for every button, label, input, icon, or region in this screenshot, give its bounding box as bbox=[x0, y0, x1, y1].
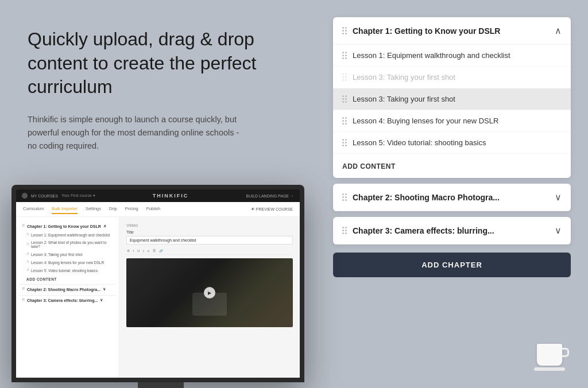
lesson2-drag-icon[interactable] bbox=[342, 95, 347, 103]
title-label: Title bbox=[126, 230, 293, 234]
monitor-lesson-5: ⠿ Lesson 5: Video tutorial: shooting bas… bbox=[20, 266, 115, 274]
lesson2-drag-handle[interactable] bbox=[342, 73, 347, 81]
chapter2-header: Chapter 2: Shooting Macro Photogra... ∨ bbox=[333, 184, 571, 211]
editor-toolbar: B I U | ≡ ☰ 🔗 bbox=[126, 247, 293, 255]
chapter2-drag-handle[interactable] bbox=[342, 193, 347, 201]
monitor-add-content: ADD CONTENT bbox=[20, 274, 115, 284]
nav-pricing: Pricing bbox=[125, 204, 138, 214]
coffee-cup-decoration bbox=[537, 344, 565, 371]
monitor-mockup: MY COURSES Your First course ▾ THINKIFIC… bbox=[11, 185, 310, 388]
lesson4-text: Lesson 4: Buying lenses for your new DSL… bbox=[353, 117, 562, 125]
nav-bulk-importer: Bulk Importer bbox=[52, 204, 78, 214]
monitor-lesson-1: ⠿ Lesson 1: Equipment walkthrough and ch… bbox=[20, 231, 115, 239]
monitor-lesson1-text: Lesson 1: Equipment walkthrough and chec… bbox=[31, 233, 110, 237]
lesson-item-2-ghost: Lesson 3: Taking your first shot bbox=[333, 67, 571, 88]
monitor-lesson4-text: Lesson 4: Buying lenses for your new DSL… bbox=[31, 261, 104, 265]
monitor-chapter1-label: Chapter 1: Getting to Know your DSLR bbox=[27, 224, 101, 228]
add-content-row: ADD CONTENT bbox=[333, 154, 571, 178]
monitor-screen: MY COURSES Your First course ▾ THINKIFIC… bbox=[11, 185, 304, 382]
monitor-main-content: ⠿ Chapter 1: Getting to Know your DSLR ∧… bbox=[16, 217, 300, 378]
monitor-chapter3-label: Chapter 3: Camera effects: blurring... bbox=[27, 298, 98, 302]
nav-publish: Publish bbox=[146, 204, 161, 214]
lesson2-text: Lesson 3: Taking your first shot bbox=[353, 95, 562, 103]
lesson-item-1: Lesson 1: Equipment walkthrough and chec… bbox=[333, 45, 571, 67]
chapter3-drag-handle[interactable] bbox=[342, 227, 347, 234]
chapter3-header: Chapter 3: Camera effects: blurring... ∨ bbox=[333, 217, 571, 245]
chevron-icon: ∧ bbox=[103, 224, 106, 228]
monitor-lesson2-text: Lesson 2: What kind of photos do you wan… bbox=[31, 240, 113, 249]
add-content-button[interactable]: ADD CONTENT bbox=[342, 162, 396, 170]
chapter1-header: Chapter 1: Getting to Know your DSLR ∧ bbox=[333, 17, 571, 45]
chapter2-card: Chapter 2: Shooting Macro Photogra... ∨ bbox=[333, 184, 571, 211]
drag-icon: ⠿ bbox=[26, 268, 29, 273]
play-button: ▶ bbox=[204, 287, 215, 298]
monitor-chapter3: ⠿ Chapter 3: Camera effects: blurring...… bbox=[20, 295, 115, 305]
chapter1-drag-handle[interactable] bbox=[342, 27, 347, 34]
chapter1-title: Chapter 1: Getting to Know your DSLR bbox=[353, 26, 549, 36]
chapter3-card: Chapter 3: Camera effects: blurring... ∨ bbox=[333, 217, 571, 245]
preview-course-btn: 👁 PREVIEW COURSE bbox=[251, 204, 293, 214]
monitor-lesson-3: ⠿ Lesson 3: Taking your first shot bbox=[20, 250, 115, 258]
lesson5-drag-handle[interactable] bbox=[342, 139, 347, 146]
chapter1-card: Chapter 1: Getting to Know your DSLR ∧ L… bbox=[333, 17, 571, 178]
monitor-chapter2: ⠿ Chapter 2: Shooting Macro Photogra... … bbox=[20, 284, 115, 294]
drag-icon: ⠿ bbox=[26, 252, 29, 257]
monitor-lesson-4: ⠿ Lesson 4: Buying lenses for your new D… bbox=[20, 258, 115, 266]
toolbar-sep: | bbox=[142, 249, 145, 253]
chapter3-title: Chapter 3: Camera effects: blurring... bbox=[353, 226, 549, 235]
chevron-icon: ∨ bbox=[100, 298, 103, 302]
add-chapter-button[interactable]: ADD CHAPTER bbox=[333, 253, 571, 277]
monitor-chapter2-label: Chapter 2: Shooting Macro Photogra... bbox=[27, 288, 100, 292]
lesson2-text-ghost: Lesson 3: Taking your first shot bbox=[353, 73, 562, 82]
nav-drip: Drip bbox=[109, 204, 117, 214]
toolbar-i: I bbox=[132, 249, 136, 253]
lesson-item-5: Lesson 5: Video tutorial: shooting basic… bbox=[333, 132, 571, 154]
subtext: Thinkific is simple enough to launch a c… bbox=[28, 113, 246, 153]
drag-icon: ⠿ bbox=[26, 232, 29, 237]
lesson1-text: Lesson 1: Equipment walkthrough and chec… bbox=[353, 51, 562, 60]
nav-curriculum: Curriculum bbox=[23, 204, 44, 214]
video-thumbnail: ▶ bbox=[126, 258, 293, 327]
chevron-icon: ∨ bbox=[103, 287, 106, 292]
drag-icon: ⠿ bbox=[22, 224, 25, 228]
lesson-item-2-dragging: Lesson 3: Taking your first shot bbox=[333, 88, 571, 110]
toolbar-align: ≡ bbox=[146, 249, 150, 253]
chapter1-chevron[interactable]: ∧ bbox=[555, 25, 562, 36]
build-landing-label: BUILD LANDING PAGE → bbox=[246, 194, 294, 198]
drag-icon: ⠿ bbox=[26, 260, 29, 265]
close-button bbox=[22, 193, 28, 199]
chapter3-chevron[interactable]: ∨ bbox=[555, 225, 562, 236]
lesson1-drag-handle[interactable] bbox=[342, 52, 347, 59]
monitor-stand bbox=[138, 382, 184, 388]
monitor-lesson5-text: Lesson 5: Video tutorial: shooting basic… bbox=[31, 269, 98, 273]
monitor-nav: Curriculum Bulk Importer Settings Drip P… bbox=[16, 202, 300, 217]
drag-icon: ⠿ bbox=[26, 242, 29, 247]
lesson4-drag-handle[interactable] bbox=[342, 117, 347, 125]
toolbar-link: 🔗 bbox=[158, 249, 164, 253]
curriculum-panel: Chapter 1: Getting to Know your DSLR ∧ L… bbox=[322, 0, 588, 388]
lesson-item-4: Lesson 4: Buying lenses for your new DSL… bbox=[333, 110, 571, 132]
monitor-edit-area: Video Title Equipment walkthrough and ch… bbox=[119, 217, 300, 378]
monitor-lesson3-text: Lesson 3: Taking your first shot bbox=[31, 253, 82, 257]
left-panel: Quickly upload, drag & drop content to c… bbox=[0, 0, 322, 388]
monitor-topbar-left: MY COURSES Your First course ▾ bbox=[22, 193, 95, 199]
toolbar-u: U bbox=[136, 249, 141, 253]
monitor-lesson-2: ⠿ Lesson 2: What kind of photos do you w… bbox=[20, 239, 115, 250]
my-courses-label: MY COURSES bbox=[31, 194, 58, 198]
monitor-chapter1: ⠿ Chapter 1: Getting to Know your DSLR ∧ bbox=[20, 222, 115, 231]
chapter2-title: Chapter 2: Shooting Macro Photogra... bbox=[353, 193, 549, 202]
chapter2-chevron[interactable]: ∨ bbox=[555, 192, 562, 203]
drag-icon: ⠿ bbox=[22, 287, 25, 292]
toolbar-list: ☰ bbox=[152, 249, 157, 253]
monitor-sidebar: ⠿ Chapter 1: Getting to Know your DSLR ∧… bbox=[16, 217, 119, 378]
course-label: Your First course ▾ bbox=[61, 193, 95, 198]
lesson5-text: Lesson 5: Video tutorial: shooting basic… bbox=[353, 138, 562, 147]
nav-settings: Settings bbox=[86, 204, 101, 214]
headline: Quickly upload, drag & drop content to c… bbox=[28, 28, 269, 99]
drag-icon: ⠿ bbox=[22, 298, 25, 302]
monitor-topbar: MY COURSES Your First course ▾ THINKIFIC… bbox=[16, 189, 300, 202]
video-label: Video bbox=[126, 223, 293, 228]
toolbar-b: B bbox=[126, 249, 131, 253]
title-input: Equipment walkthrough and checklist bbox=[126, 236, 293, 245]
brand-logo: THINKIFIC bbox=[95, 193, 246, 199]
